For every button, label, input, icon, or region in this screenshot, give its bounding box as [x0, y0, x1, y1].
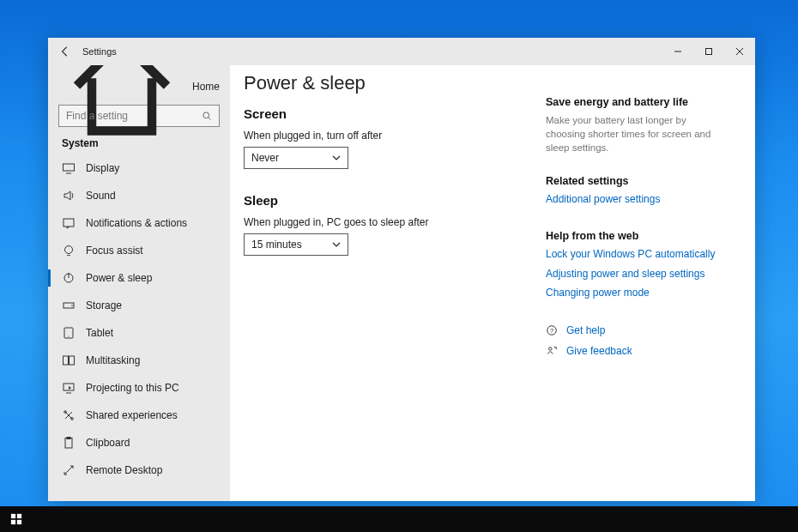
sidebar-item-label: Shared experiences [86, 409, 178, 421]
sidebar: Home Find a setting System Display Sound… [48, 65, 230, 501]
dropdown-value: 15 minutes [251, 239, 302, 251]
svg-rect-19 [65, 438, 72, 449]
svg-line-3 [209, 118, 211, 120]
sleep-heading: Sleep [244, 193, 532, 208]
sidebar-item-display[interactable]: Display [58, 154, 220, 182]
sidebar-item-sound[interactable]: Sound [58, 182, 220, 209]
sound-icon [62, 189, 76, 203]
svg-rect-4 [63, 164, 75, 171]
display-icon [62, 161, 76, 175]
sidebar-item-label: Multitasking [86, 354, 140, 366]
search-icon [202, 111, 212, 121]
give-feedback-row[interactable]: Give feedback [546, 344, 726, 358]
svg-point-13 [68, 336, 69, 336]
svg-rect-27 [17, 520, 21, 524]
get-help-row[interactable]: ? Get help [546, 323, 726, 337]
remote-desktop-icon [62, 463, 76, 477]
sidebar-item-label: Display [86, 162, 119, 174]
minimize-icon [674, 47, 682, 56]
start-button[interactable] [3, 506, 29, 532]
chevron-down-icon [332, 240, 341, 249]
projecting-icon [62, 381, 76, 395]
sidebar-item-notifications[interactable]: Notifications & actions [58, 209, 220, 237]
search-placeholder: Find a setting [66, 110, 128, 122]
svg-rect-1 [706, 49, 712, 55]
feedback-icon [546, 345, 558, 357]
notifications-icon [62, 216, 76, 230]
screen-turnoff-dropdown[interactable]: Never [244, 147, 348, 169]
arrow-left-icon [59, 45, 71, 57]
window-controls [662, 38, 755, 65]
tablet-icon [62, 326, 76, 340]
get-help-link[interactable]: Get help [566, 323, 605, 337]
svg-point-23 [549, 348, 553, 351]
sidebar-item-multitasking[interactable]: Multitasking [58, 347, 220, 374]
close-icon [735, 47, 744, 56]
sidebar-item-projecting[interactable]: Projecting to this PC [58, 374, 220, 402]
chevron-down-icon [332, 154, 341, 162]
home-icon [62, 65, 182, 148]
get-help-icon: ? [546, 324, 558, 336]
storage-icon [62, 299, 76, 312]
help-link-lock-pc[interactable]: Lock your Windows PC automatically [546, 247, 726, 261]
svg-rect-24 [11, 514, 15, 518]
give-feedback-link[interactable]: Give feedback [566, 344, 632, 358]
titlebar: Settings [48, 38, 755, 65]
related-heading: Related settings [546, 175, 726, 187]
sidebar-item-label: Sound [86, 190, 116, 202]
sidebar-item-label: Projecting to this PC [86, 382, 179, 394]
sidebar-item-shared-experiences[interactable]: Shared experiences [58, 402, 220, 429]
svg-point-11 [71, 305, 73, 306]
sidebar-item-label: Notifications & actions [86, 217, 187, 229]
svg-rect-26 [11, 520, 15, 524]
sidebar-item-label: Storage [86, 299, 122, 311]
dropdown-value: Never [251, 152, 279, 164]
sidebar-item-label: Clipboard [86, 437, 130, 449]
settings-window: Settings Home Find a setting [48, 38, 755, 501]
screen-turnoff-label: When plugged in, turn off after [244, 130, 532, 142]
help-link-power-mode[interactable]: Changing power mode [546, 286, 726, 299]
aside-column: Save energy and battery life Make your b… [546, 72, 726, 491]
sidebar-item-label: Tablet [86, 327, 113, 339]
svg-point-2 [203, 112, 209, 118]
energy-heading: Save energy and battery life [546, 96, 726, 108]
home-label: Home [192, 81, 220, 93]
sidebar-item-label: Power & sleep [86, 272, 152, 284]
content-area: Power & sleep Screen When plugged in, tu… [230, 65, 755, 501]
power-icon [62, 271, 76, 285]
back-button[interactable] [48, 38, 82, 65]
maximize-button[interactable] [693, 38, 724, 65]
maximize-icon [704, 47, 713, 56]
help-heading: Help from the web [546, 230, 726, 242]
sidebar-item-label: Remote Desktop [86, 464, 162, 476]
svg-text:?: ? [550, 328, 553, 334]
screen-heading: Screen [244, 106, 532, 121]
multitasking-icon [62, 354, 76, 367]
svg-rect-6 [63, 219, 74, 227]
sidebar-item-storage[interactable]: Storage [58, 292, 220, 319]
home-button[interactable]: Home [58, 74, 220, 100]
svg-rect-14 [63, 356, 69, 365]
windows-logo-icon [10, 513, 22, 525]
taskbar [0, 506, 798, 532]
related-power-settings-link[interactable]: Additional power settings [546, 192, 726, 206]
sidebar-item-clipboard[interactable]: Clipboard [58, 429, 220, 456]
main-column: Power & sleep Screen When plugged in, tu… [244, 72, 532, 491]
close-button[interactable] [724, 38, 755, 65]
svg-rect-15 [70, 356, 75, 365]
clipboard-icon [62, 436, 76, 450]
sleep-after-dropdown[interactable]: 15 minutes [244, 233, 348, 256]
sidebar-item-tablet[interactable]: Tablet [58, 319, 220, 347]
minimize-button[interactable] [662, 38, 693, 65]
nav-list: Display Sound Notifications & actions Fo… [58, 154, 220, 484]
sidebar-item-focus-assist[interactable]: Focus assist [58, 237, 220, 264]
focus-assist-icon [62, 244, 76, 257]
svg-rect-25 [17, 514, 21, 518]
app-title: Settings [82, 46, 117, 57]
help-link-adjust-power[interactable]: Adjusting power and sleep settings [546, 267, 726, 281]
shared-experiences-icon [62, 408, 76, 422]
sidebar-item-power-sleep[interactable]: Power & sleep [58, 264, 220, 292]
sleep-after-label: When plugged in, PC goes to sleep after [244, 216, 532, 228]
sidebar-item-remote-desktop[interactable]: Remote Desktop [58, 456, 220, 484]
sidebar-item-label: Focus assist [86, 245, 143, 257]
